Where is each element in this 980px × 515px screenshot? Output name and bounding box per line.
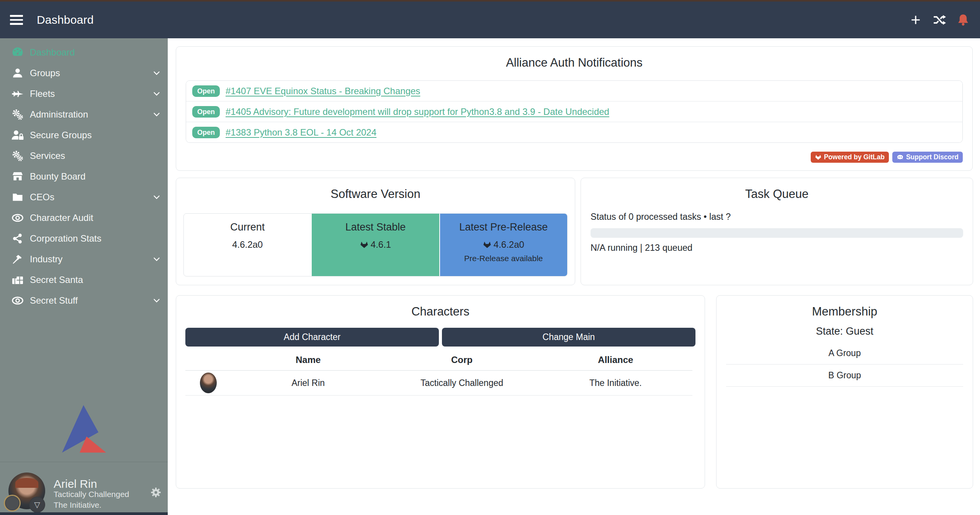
user-lock-icon	[11, 129, 25, 142]
task-queue-title: Task Queue	[581, 188, 973, 201]
status-badge: Open	[192, 127, 220, 138]
gitlab-tanuki-icon	[360, 240, 368, 249]
version-value: 4.6.2a0	[494, 239, 524, 250]
badge-label: Support Discord	[906, 153, 959, 161]
version-column-heading: Latest Pre-Release	[440, 221, 567, 233]
sidebar-item-label: Industry	[30, 254, 62, 265]
navbar-actions	[909, 13, 970, 27]
sidebar-item-label: Administration	[30, 109, 88, 120]
sidebar-item-bounty-board[interactable]: Bounty Board	[0, 166, 168, 187]
sidebar-item-label: Secret Stuff	[30, 295, 78, 306]
hamburger-menu-icon[interactable]	[10, 14, 25, 26]
sidebar-item-administration[interactable]: Administration	[0, 104, 168, 125]
sidebar-item-label: Secure Groups	[30, 130, 92, 141]
sidebar-item-label: CEOs	[30, 192, 54, 203]
gears-icon	[11, 149, 25, 162]
corp-logo-avatar	[4, 495, 21, 512]
sidebar-item-ceos[interactable]: CEOs	[0, 187, 168, 208]
sidebar-item-character-audit[interactable]: Character Audit	[0, 208, 168, 228]
sidebar-item-industry[interactable]: Industry	[0, 249, 168, 270]
sidebar-item-services[interactable]: Services	[0, 146, 168, 166]
version-value: 4.6.2a0	[232, 239, 263, 250]
notification-link[interactable]: #1405 Advisory: Future development will …	[226, 106, 609, 117]
folder-icon	[11, 191, 25, 204]
gears-icon	[11, 108, 25, 121]
discord-icon	[897, 154, 904, 161]
fighter-jet-icon	[11, 87, 25, 100]
table-row[interactable]: Ariel Rin Tactically Challenged The Init…	[185, 371, 692, 396]
notifications-bell-icon[interactable]	[956, 13, 970, 27]
character-avatar	[200, 373, 217, 393]
sidebar-item-label: Services	[30, 150, 65, 161]
sidebar-item-secret-santa[interactable]: Secret Santa	[0, 270, 168, 290]
sidebar-item-secure-groups[interactable]: Secure Groups	[0, 125, 168, 146]
sidebar-item-fleets[interactable]: Fleets	[0, 83, 168, 104]
sidebar-bottom-strip	[0, 512, 168, 515]
chevron-down-icon	[152, 110, 162, 119]
version-prerelease-column: Latest Pre-Release 4.6.2a0 Pre-Release a…	[439, 214, 567, 276]
task-queue-line: N/A running | 213 queued	[591, 243, 692, 253]
notifications-title: Alliance Auth Notifications	[176, 56, 972, 69]
share-icon	[11, 232, 25, 245]
sidebar-item-label: Bounty Board	[30, 171, 85, 182]
version-current-column: Current 4.6.2a0	[184, 214, 311, 276]
sidebar-item-label: Groups	[30, 68, 60, 78]
user-alliance: The Initiative.	[54, 500, 101, 510]
notifications-list: Open #1407 EVE Equinox Status - Breaking…	[186, 80, 963, 143]
list-item: A Group	[726, 342, 963, 365]
shuffle-icon[interactable]	[933, 13, 946, 27]
characters-buttons: Add Character Change Main	[185, 328, 695, 347]
notifications-footer: Powered by GitLab Support Discord	[811, 152, 963, 163]
prerelease-note: Pre-Release available	[440, 254, 567, 263]
characters-title: Characters	[176, 305, 705, 318]
sidebar-item-label: Dashboard	[30, 47, 75, 58]
membership-group-list: A Group B Group	[726, 342, 963, 387]
cell-corp: Tactically Challenged	[385, 378, 538, 388]
task-queue-card: Task Queue Status of 0 processed tasks •…	[581, 178, 973, 285]
membership-title: Membership	[717, 305, 973, 318]
alliance-auth-logo	[61, 404, 107, 453]
header-alliance: Alliance	[539, 355, 692, 365]
top-navbar: Dashboard	[0, 2, 980, 38]
gitlab-tanuki-icon	[815, 154, 821, 160]
membership-card: Membership State: Guest A Group B Group	[716, 295, 973, 489]
sidebar: Dashboard Groups Fleets Administration	[0, 38, 168, 515]
add-character-plus-icon[interactable]	[909, 13, 923, 27]
notification-link[interactable]: #1407 EVE Equinox Status - Breaking Chan…	[226, 86, 420, 96]
chevron-down-icon	[152, 296, 162, 306]
sidebar-item-corporation-stats[interactable]: Corporation Stats	[0, 228, 168, 249]
support-discord-badge[interactable]: Support Discord	[892, 152, 963, 163]
eye-icon	[11, 294, 25, 307]
main-content: Alliance Auth Notifications Open #1407 E…	[168, 38, 980, 515]
status-badge: Open	[192, 106, 220, 118]
task-status-line: Status of 0 processed tasks • last ?	[591, 212, 731, 222]
sidebar-item-label: Secret Santa	[30, 275, 83, 285]
user-icon	[11, 67, 25, 80]
add-character-button[interactable]: Add Character	[185, 328, 439, 347]
notification-link[interactable]: #1383 Python 3.8 EOL - 14 Oct 2024	[226, 127, 376, 138]
sidebar-item-label: Fleets	[30, 88, 55, 99]
user-corp: Tactically Challenged	[54, 490, 129, 499]
characters-table-header: Name Corp Alliance	[185, 349, 692, 371]
gifts-icon	[11, 273, 25, 286]
gitlab-tanuki-icon	[483, 240, 491, 249]
chevron-down-icon	[152, 68, 162, 78]
eye-icon	[11, 211, 25, 224]
sidebar-item-groups[interactable]: Groups	[0, 63, 168, 83]
version-column-heading: Latest Stable	[312, 221, 439, 233]
notifications-card: Alliance Auth Notifications Open #1407 E…	[176, 46, 973, 171]
characters-table: Name Corp Alliance Ariel Rin Tactically …	[185, 349, 692, 396]
settings-gear-icon[interactable]	[150, 487, 162, 498]
chevron-down-icon	[152, 254, 162, 264]
cell-name: Ariel Rin	[231, 378, 385, 388]
change-main-button[interactable]: Change Main	[442, 328, 695, 347]
version-stable-column: Latest Stable 4.6.1	[311, 214, 439, 276]
software-version-title: Software Version	[176, 188, 575, 201]
characters-card: Characters Add Character Change Main Nam…	[176, 295, 705, 489]
powered-by-gitlab-badge[interactable]: Powered by GitLab	[811, 152, 889, 163]
sidebar-item-secret-stuff[interactable]: Secret Stuff	[0, 290, 168, 311]
version-value: 4.6.1	[371, 239, 391, 250]
header-name: Name	[231, 355, 385, 365]
sidebar-item-dashboard[interactable]: Dashboard	[0, 42, 168, 63]
chevron-down-icon	[152, 192, 162, 202]
